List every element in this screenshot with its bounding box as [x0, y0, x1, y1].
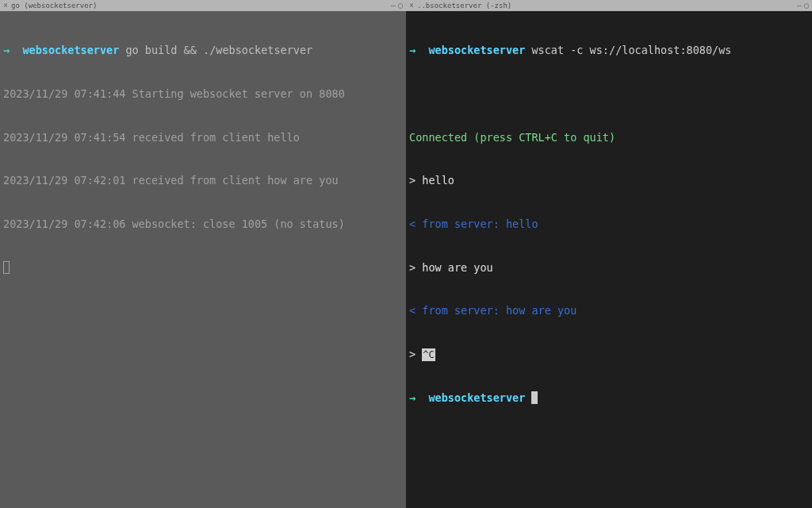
io-line: > how are you [409, 260, 809, 275]
prompt-command: wscat -c ws://localhost:8080/ws [531, 44, 731, 56]
close-icon[interactable]: × [409, 2, 414, 10]
cursor-line [3, 260, 403, 275]
log-line: 2023/11/29 07:41:54 received from client… [3, 130, 403, 144]
close-icon[interactable]: × [3, 2, 8, 10]
window-titlebar-right: × ..bsocketserver (-zsh) — ◯ [406, 0, 812, 11]
prompt-arrow-icon: → [409, 44, 416, 56]
prompt-cwd: websocketserver [428, 44, 525, 56]
cursor [531, 391, 538, 404]
terminal-output-left[interactable]: → websocketserver go build && ./websocke… [0, 11, 406, 508]
log-line: 2023/11/29 07:42:06 websocket: close 100… [3, 217, 403, 231]
connected-line: Connected (press CTRL+C to quit) [409, 130, 809, 144]
prompt-command: go build && ./websocketserver [125, 44, 312, 56]
maximize-icon[interactable]: ◯ [398, 2, 403, 10]
window-title-right: ..bsocketserver (-zsh) [417, 1, 511, 10]
ctrl-c-char: ^C [422, 348, 435, 361]
blank-line [409, 87, 809, 101]
io-line: < from server: hello [409, 217, 809, 231]
prompt-arrow-icon: → [409, 391, 416, 404]
prompt-line: → websocketserver wscat -c ws://localhos… [409, 43, 809, 57]
terminal-output-right[interactable]: → websocketserver wscat -c ws://localhos… [406, 11, 812, 508]
minimize-icon[interactable]: — [391, 2, 396, 10]
io-line: < from server: how are you [409, 303, 809, 318]
terminal-pane-right[interactable]: × ..bsocketserver (-zsh) — ◯ → websocket… [406, 0, 812, 508]
prompt-line: → websocketserver [409, 391, 809, 405]
prompt-arrow-icon: → [3, 44, 10, 56]
maximize-icon[interactable]: ◯ [804, 2, 809, 10]
log-line: 2023/11/29 07:41:44 Starting websocket s… [3, 87, 403, 101]
prompt-cwd: websocketserver [22, 44, 119, 56]
window-titlebar-left: × go (websocketserver) — ◯ [0, 0, 406, 11]
prompt-line: → websocketserver go build && ./websocke… [3, 43, 403, 57]
io-line: > hello [409, 173, 809, 187]
terminal-pane-left[interactable]: × go (websocketserver) — ◯ → websocketse… [0, 0, 406, 508]
prompt-cwd: websocketserver [428, 391, 525, 404]
window-title-left: go (websocketserver) [11, 1, 97, 10]
minimize-icon[interactable]: — [797, 2, 802, 10]
io-line: > ^C [409, 347, 809, 361]
cursor [3, 261, 10, 274]
log-line: 2023/11/29 07:42:01 received from client… [3, 173, 403, 187]
